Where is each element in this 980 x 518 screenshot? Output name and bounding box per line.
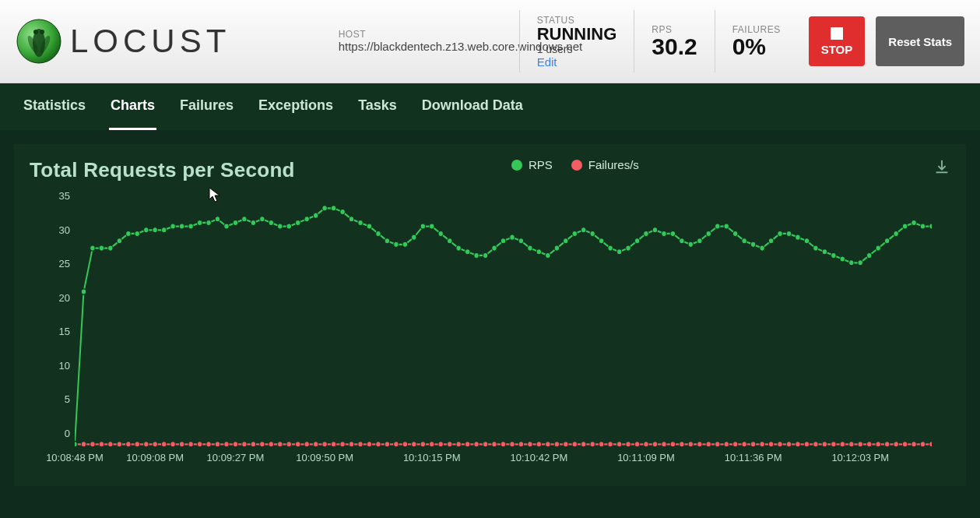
stop-button-label: STOP xyxy=(821,43,853,56)
svg-point-12 xyxy=(126,442,131,447)
svg-point-123 xyxy=(251,220,255,225)
tab-failures[interactable]: Failures xyxy=(178,83,235,130)
reset-stats-button[interactable]: Reset Stats xyxy=(876,16,964,66)
svg-point-18 xyxy=(179,442,184,447)
svg-point-188 xyxy=(831,252,836,258)
svg-point-170 xyxy=(670,231,675,236)
svg-point-167 xyxy=(644,231,648,236)
svg-point-54 xyxy=(501,442,505,447)
x-tick-label: 10:09:50 PM xyxy=(296,452,353,463)
svg-point-8 xyxy=(90,442,95,447)
svg-point-169 xyxy=(662,231,666,236)
svg-point-137 xyxy=(376,231,381,236)
tab-exceptions[interactable]: Exceptions xyxy=(257,83,335,130)
svg-point-65 xyxy=(599,442,603,447)
svg-point-150 xyxy=(492,245,497,251)
svg-point-88 xyxy=(804,442,809,447)
svg-point-28 xyxy=(269,442,273,447)
svg-point-73 xyxy=(670,442,675,447)
svg-point-51 xyxy=(474,442,479,447)
svg-point-139 xyxy=(394,241,399,247)
legend-rps[interactable]: RPS xyxy=(511,158,553,171)
svg-point-41 xyxy=(385,442,389,447)
svg-point-138 xyxy=(385,238,389,244)
svg-point-129 xyxy=(304,217,309,222)
svg-point-191 xyxy=(858,260,862,266)
svg-point-62 xyxy=(572,442,577,447)
svg-point-114 xyxy=(170,224,175,229)
svg-point-82 xyxy=(750,442,755,447)
svg-point-93 xyxy=(849,442,854,447)
svg-point-113 xyxy=(162,227,167,233)
x-tick-label: 10:11:36 PM xyxy=(725,452,782,463)
tab-tasks[interactable]: Tasks xyxy=(357,83,399,130)
locust-icon xyxy=(16,18,62,65)
tab-download-data[interactable]: Download Data xyxy=(420,83,525,130)
x-tick-label: 10:11:09 PM xyxy=(617,452,675,463)
svg-point-49 xyxy=(456,442,461,447)
svg-point-95 xyxy=(867,442,872,447)
svg-point-154 xyxy=(528,245,532,251)
top-header: LOCUST HOST https://blackdentech.z13.web… xyxy=(0,0,980,83)
download-icon[interactable] xyxy=(933,158,950,178)
svg-point-144 xyxy=(438,231,443,236)
svg-point-119 xyxy=(215,217,220,222)
x-tick-label: 10:12:03 PM xyxy=(831,452,889,463)
svg-point-98 xyxy=(894,442,898,447)
svg-point-4 xyxy=(33,30,38,34)
legend-rps-label: RPS xyxy=(529,158,553,171)
svg-point-107 xyxy=(108,245,113,251)
svg-point-74 xyxy=(680,442,684,447)
svg-point-105 xyxy=(90,245,95,251)
svg-point-108 xyxy=(117,238,121,244)
svg-point-160 xyxy=(581,227,585,233)
chart-header: Total Requests per Second RPS Failures/s xyxy=(30,158,950,182)
legend-failures[interactable]: Failures/s xyxy=(571,158,639,171)
svg-point-177 xyxy=(732,231,737,236)
svg-point-172 xyxy=(688,241,693,247)
chart-panel: Total Requests per Second RPS Failures/s… xyxy=(14,144,966,486)
svg-point-15 xyxy=(153,442,157,447)
svg-point-136 xyxy=(367,224,371,229)
svg-point-117 xyxy=(197,220,202,225)
svg-point-182 xyxy=(778,231,782,236)
host-label: HOST xyxy=(339,29,502,40)
svg-point-148 xyxy=(474,252,479,258)
svg-point-118 xyxy=(206,220,211,225)
stop-button[interactable]: STOP xyxy=(809,16,866,66)
svg-point-75 xyxy=(688,442,693,447)
tab-charts[interactable]: Charts xyxy=(109,83,156,130)
svg-point-127 xyxy=(286,224,291,229)
users-text: 1 users xyxy=(537,43,617,55)
svg-point-140 xyxy=(402,241,407,247)
svg-point-163 xyxy=(608,245,613,251)
svg-point-94 xyxy=(858,442,862,447)
tab-statistics[interactable]: Statistics xyxy=(22,83,87,130)
svg-point-102 xyxy=(929,442,932,447)
svg-point-52 xyxy=(483,442,487,447)
svg-point-162 xyxy=(599,238,603,244)
svg-point-90 xyxy=(822,442,827,447)
svg-point-30 xyxy=(286,442,291,447)
svg-point-133 xyxy=(340,209,345,214)
y-axis-labels: 35302520151050 xyxy=(37,190,70,439)
svg-point-16 xyxy=(162,442,167,447)
svg-point-56 xyxy=(518,442,523,447)
failures-block: FAILURES 0% xyxy=(715,10,798,72)
svg-point-96 xyxy=(876,442,880,447)
svg-point-33 xyxy=(313,442,318,447)
svg-point-97 xyxy=(884,442,889,447)
edit-link[interactable]: Edit xyxy=(537,55,617,69)
svg-point-59 xyxy=(546,442,550,447)
svg-point-194 xyxy=(884,238,889,244)
svg-point-159 xyxy=(572,231,577,236)
svg-point-11 xyxy=(117,442,121,447)
svg-point-174 xyxy=(706,231,711,236)
svg-point-132 xyxy=(331,206,335,211)
svg-point-128 xyxy=(296,220,300,225)
chart-area[interactable]: 35302520151050 10:08:48 PM10:09:08 PM10:… xyxy=(75,190,932,470)
svg-point-198 xyxy=(920,224,925,229)
svg-point-142 xyxy=(420,224,425,229)
svg-point-171 xyxy=(680,238,684,244)
svg-point-100 xyxy=(912,442,916,447)
